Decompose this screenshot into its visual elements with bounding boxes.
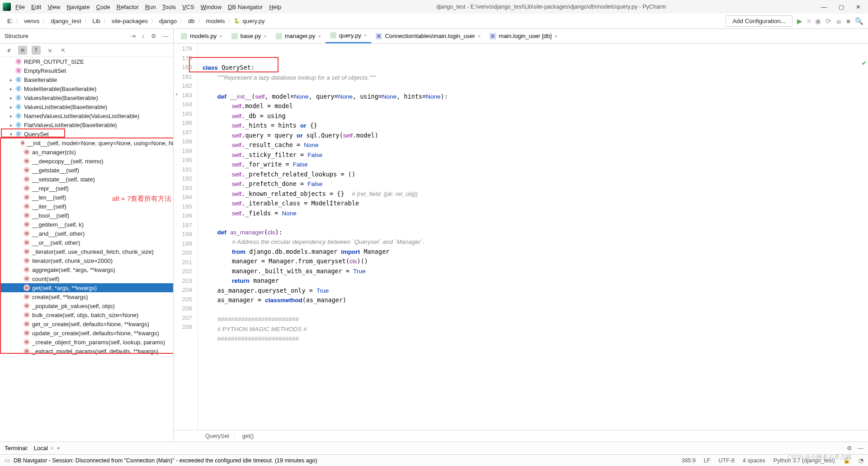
tree-item[interactable]: M_iterator(self, use_chunked_fetch, chun… — [0, 247, 173, 256]
tree-item[interactable]: VEmptyResultSet — [0, 66, 173, 75]
tree-item[interactable]: ▸CNamedValuesListIterable(ValuesListIter… — [0, 111, 173, 120]
interpreter[interactable]: Python 3.7 (django_test) — [774, 457, 835, 464]
tree-item[interactable]: ▸CFlatValuesListIterable(BaseIterable) — [0, 120, 173, 129]
editor-tab[interactable]: ▦Connection\tables\main.login_user× — [371, 29, 485, 43]
menu-tools[interactable]: Tools — [162, 4, 176, 10]
close-icon[interactable]: ✕ — [856, 4, 861, 10]
editor-tab[interactable]: models.py× — [176, 29, 227, 43]
tree-item[interactable]: Mget_or_create(self, defaults=None, **kw… — [0, 319, 173, 328]
sort-alpha-icon[interactable]: ⇵ — [5, 46, 14, 55]
editor-tab[interactable]: base.py× — [227, 29, 271, 43]
lock-icon[interactable]: 🔓 — [843, 457, 850, 464]
tree-item[interactable]: M__deepcopy__(self, memo) — [0, 157, 173, 166]
tree-item[interactable]: M__repr__(self) — [0, 184, 173, 193]
close-tab-icon[interactable]: × — [318, 33, 321, 39]
close-tab-icon[interactable]: × — [554, 33, 557, 39]
hide-panel-icon[interactable]: — — [858, 445, 863, 452]
breadcrumb-item[interactable]: venvs — [21, 18, 42, 24]
tree-item[interactable]: ▸CModelIterable(BaseIterable) — [0, 84, 173, 93]
tree-item[interactable]: Mbulk_create(self, objs, batch_size=None… — [0, 310, 173, 319]
add-configuration-button[interactable]: Add Configuration... — [726, 15, 793, 27]
stop-icon[interactable]: ■ — [846, 17, 850, 25]
autoscroll-from-icon[interactable]: ⇱ — [59, 46, 68, 55]
maximize-icon[interactable]: ▢ — [839, 4, 844, 10]
tree-item[interactable]: Mas_manager(cls) — [0, 147, 173, 157]
encoding[interactable]: UTF-8 — [718, 457, 734, 464]
line-separator[interactable]: LF — [704, 457, 711, 464]
tree-item[interactable]: VREPR_OUTPUT_SIZE — [0, 57, 173, 66]
menu-file[interactable]: File — [15, 4, 25, 10]
tree-item[interactable]: Maggregate(self, *args, **kwargs) — [0, 265, 173, 274]
close-tab-icon[interactable]: × — [478, 33, 481, 39]
tree-item[interactable]: M_create_object_from_params(self, lookup… — [0, 338, 173, 347]
tree-item[interactable]: M__iter__(self) — [0, 202, 173, 211]
tree-item[interactable]: Mupdate_or_create(self, defaults=None, *… — [0, 328, 173, 338]
close-tab-icon[interactable]: × — [219, 33, 222, 39]
settings-icon[interactable]: ⚙ — [151, 33, 156, 39]
expand-icon[interactable]: ⇥ — [131, 33, 136, 39]
tree-item[interactable]: M_populate_pk_values(self, objs) — [0, 301, 173, 310]
breadcrumb-item[interactable]: django_test — [48, 18, 84, 24]
menu-code[interactable]: Code — [96, 4, 110, 10]
close-tab-icon[interactable]: × — [264, 33, 266, 39]
menu-db-navigator[interactable]: DB Navigator — [228, 4, 263, 10]
minimize-icon[interactable]: — — [821, 4, 827, 10]
menu-window[interactable]: Window — [201, 4, 222, 10]
hide-icon[interactable]: — — [163, 33, 169, 39]
tree-item[interactable]: ▸CValuesIterable(BaseIterable) — [0, 93, 173, 102]
sort-icon[interactable]: ↕ — [142, 33, 145, 39]
close-terminal-tab-icon[interactable]: × — [51, 445, 54, 452]
crumb-class[interactable]: QuerySet — [205, 433, 229, 439]
tree-item[interactable]: ▸CBaseIterable — [0, 75, 173, 84]
menu-run[interactable]: Run — [145, 4, 156, 10]
menu-navigate[interactable]: Navigate — [66, 4, 90, 10]
tree-item[interactable]: M__getitem__(self, k) — [0, 220, 173, 229]
status-box-icon[interactable]: ▭ — [5, 457, 10, 464]
menu-refactor[interactable]: Refactor — [117, 4, 139, 10]
tree-item[interactable]: Miterator(self, chunk_size=2000) — [0, 256, 173, 265]
tree-item[interactable]: Mcreate(self, **kwargs) — [0, 292, 173, 301]
breadcrumb-item[interactable]: db — [185, 18, 197, 24]
tree-item[interactable]: M__bool__(self) — [0, 211, 173, 220]
notify-icon[interactable]: ◔ — [859, 457, 863, 464]
tree-item[interactable]: ▾CQuerySet — [0, 129, 173, 138]
tree-item[interactable]: M__or__(self, other) — [0, 238, 173, 247]
close-tab-icon[interactable]: × — [364, 33, 367, 38]
show-methods-icon[interactable]: m — [18, 46, 27, 55]
breadcrumb-item[interactable]: query.py — [240, 18, 268, 24]
gear-icon[interactable]: ⚙ — [847, 445, 852, 452]
editor-tab[interactable]: manager.py× — [271, 29, 326, 43]
breadcrumb-item[interactable]: E: — [5, 18, 15, 24]
tree-item[interactable]: M__init__(self, model=None, query=None, … — [0, 138, 173, 147]
menu-vcs[interactable]: VCS — [182, 4, 194, 10]
run-icon[interactable]: ▶ — [797, 17, 802, 25]
editor-tab[interactable]: query.py× — [326, 29, 371, 43]
code-editor[interactable]: class QuerySet: """Represent a lazy data… — [198, 43, 868, 430]
tree-item[interactable]: M_extract_model_params(self, defaults, *… — [0, 347, 173, 356]
menu-view[interactable]: View — [47, 4, 60, 10]
tree-item[interactable]: Mcount(self) — [0, 274, 173, 283]
attach-icon[interactable]: ≣ — [836, 17, 842, 25]
breadcrumb-item[interactable]: Lib — [90, 18, 103, 24]
crumb-method[interactable]: get() — [242, 433, 254, 439]
show-fields-icon[interactable]: f — [32, 46, 41, 55]
tree-item[interactable]: M__setstate__(self, state) — [0, 175, 173, 184]
indent[interactable]: 4 spaces — [743, 457, 765, 464]
breadcrumb-item[interactable]: django — [156, 18, 179, 24]
menu-edit[interactable]: Edit — [31, 4, 41, 10]
add-terminal-icon[interactable]: + — [57, 445, 60, 452]
autoscroll-icon[interactable]: ⇲ — [45, 46, 54, 55]
terminal-tab-local[interactable]: Local — [34, 445, 48, 452]
menu-help[interactable]: Help — [269, 4, 281, 10]
profile-icon[interactable]: ⟳ — [826, 17, 831, 25]
search-icon[interactable]: 🔍 — [855, 17, 863, 25]
breadcrumb-item[interactable]: models — [203, 18, 228, 24]
debug-icon[interactable]: ⌗ — [807, 17, 811, 25]
breadcrumb-item[interactable]: site-packages — [109, 18, 151, 24]
tree-item[interactable]: M__getstate__(self) — [0, 166, 173, 175]
coverage-icon[interactable]: ◉ — [815, 17, 821, 25]
tree-item[interactable]: M__and__(self, other) — [0, 229, 173, 238]
editor-tab[interactable]: ▦main.login_user [db]× — [485, 29, 562, 43]
tree-item[interactable]: ▸CValuesListIterable(BaseIterable) — [0, 102, 173, 111]
tree-item[interactable]: Mget(self, *args, **kwargs) — [0, 283, 173, 292]
